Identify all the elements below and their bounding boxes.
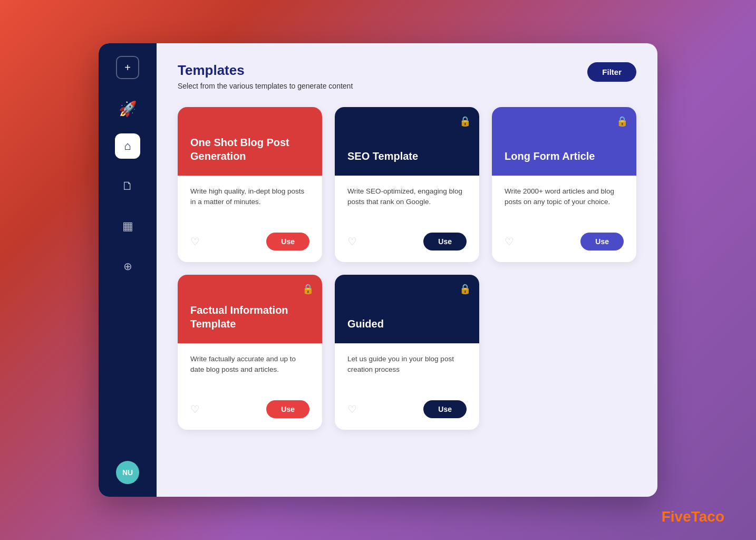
card-body-one-shot: Write high quality, in-dept blog posts i… xyxy=(178,176,322,224)
card-header-one-shot: One Shot Blog Post Generation xyxy=(178,107,322,176)
card-guided: 🔒 Guided Let us guide you in your blog p… xyxy=(335,275,479,430)
header-text: Templates Select from the various templa… xyxy=(178,62,353,90)
card-body-factual: Write factually accurate and up to date … xyxy=(178,343,322,392)
sidebar: + 🚀 ⌂ 🗋 ▦ ⊕ NU xyxy=(99,43,157,497)
card-title-long-form: Long Form Article xyxy=(505,149,595,163)
brand-part2: Taco xyxy=(691,508,724,525)
use-button-factual[interactable]: Use xyxy=(266,400,309,418)
card-header-factual: 🔒 Factual Information Template xyxy=(178,275,322,343)
card-header-guided: 🔒 Guided xyxy=(335,275,479,343)
page-title: Templates xyxy=(178,62,353,79)
favorite-icon-seo[interactable]: ♡ xyxy=(347,235,357,248)
card-title-guided: Guided xyxy=(347,317,384,331)
avatar[interactable]: NU xyxy=(116,461,139,484)
sidebar-top: + xyxy=(116,56,139,79)
sidebar-bottom: NU xyxy=(116,461,139,484)
main-window: + 🚀 ⌂ 🗋 ▦ ⊕ NU Templat xyxy=(99,43,657,497)
card-description-factual: Write factually accurate and up to date … xyxy=(190,354,309,381)
filter-button[interactable]: Filter xyxy=(587,62,636,82)
favorite-icon-factual[interactable]: ♡ xyxy=(190,403,200,416)
lock-icon-seo: 🔒 xyxy=(459,115,471,127)
add-button[interactable]: + xyxy=(116,56,139,79)
card-factual: 🔒 Factual Information Template Write fac… xyxy=(178,275,322,430)
document-icon: 🗋 xyxy=(122,179,133,193)
brand-name: FiveTaco xyxy=(662,508,724,525)
avatar-initials: NU xyxy=(122,468,133,477)
card-long-form: 🔒 Long Form Article Write 2000+ word art… xyxy=(492,107,636,262)
rocket-icon: 🚀 xyxy=(119,100,137,118)
use-button-seo[interactable]: Use xyxy=(423,233,467,250)
card-one-shot-blog: One Shot Blog Post Generation Write high… xyxy=(178,107,322,262)
card-footer-factual: ♡ Use xyxy=(178,392,322,430)
plus-icon: + xyxy=(124,62,131,74)
sidebar-item-discord[interactable]: ⊕ xyxy=(115,254,140,279)
use-button-long-form[interactable]: Use xyxy=(580,233,624,250)
lock-icon-long-form: 🔒 xyxy=(616,115,628,127)
card-title-seo: SEO Template xyxy=(347,149,418,163)
card-footer-long-form: ♡ Use xyxy=(492,224,636,262)
discord-icon: ⊕ xyxy=(123,260,132,273)
favorite-icon-long-form[interactable]: ♡ xyxy=(505,235,514,248)
card-body-long-form: Write 2000+ word articles and blog posts… xyxy=(492,176,636,224)
favorite-icon-one-shot[interactable]: ♡ xyxy=(190,235,200,248)
use-button-one-shot[interactable]: Use xyxy=(266,233,309,250)
cards-grid: One Shot Blog Post Generation Write high… xyxy=(178,107,636,430)
use-button-guided[interactable]: Use xyxy=(423,400,467,418)
card-title-one-shot: One Shot Blog Post Generation xyxy=(190,136,309,163)
card-body-seo: Write SEO-optimized, engaging blog posts… xyxy=(335,176,479,224)
card-description-long-form: Write 2000+ word articles and blog posts… xyxy=(505,186,624,214)
sidebar-item-chart[interactable]: ▦ xyxy=(115,214,140,239)
card-body-guided: Let us guide you in your blog post creat… xyxy=(335,343,479,392)
card-title-factual: Factual Information Template xyxy=(190,303,309,331)
lock-icon-guided: 🔒 xyxy=(459,283,471,295)
page-subtitle: Select from the various templates to gen… xyxy=(178,82,353,90)
card-header-long-form: 🔒 Long Form Article xyxy=(492,107,636,176)
sidebar-item-document[interactable]: 🗋 xyxy=(115,173,140,199)
favorite-icon-guided[interactable]: ♡ xyxy=(347,403,357,416)
lock-icon-factual: 🔒 xyxy=(302,283,314,295)
card-seo: 🔒 SEO Template Write SEO-optimized, enga… xyxy=(335,107,479,262)
sidebar-nav: ⌂ 🗋 ▦ ⊕ xyxy=(115,133,140,461)
chart-icon: ▦ xyxy=(122,219,133,233)
card-footer-one-shot: ♡ Use xyxy=(178,224,322,262)
card-description-seo: Write SEO-optimized, engaging blog posts… xyxy=(347,186,467,214)
card-header-seo: 🔒 SEO Template xyxy=(335,107,479,176)
home-icon: ⌂ xyxy=(124,139,131,153)
card-footer-seo: ♡ Use xyxy=(335,224,479,262)
card-footer-guided: ♡ Use xyxy=(335,392,479,430)
card-description-guided: Let us guide you in your blog post creat… xyxy=(347,354,467,381)
sidebar-item-home[interactable]: ⌂ xyxy=(115,133,140,159)
card-description-one-shot: Write high quality, in-dept blog posts i… xyxy=(190,186,309,214)
main-content: Templates Select from the various templa… xyxy=(157,43,657,497)
content-header: Templates Select from the various templa… xyxy=(178,62,636,90)
brand-part1: Five xyxy=(662,508,691,525)
